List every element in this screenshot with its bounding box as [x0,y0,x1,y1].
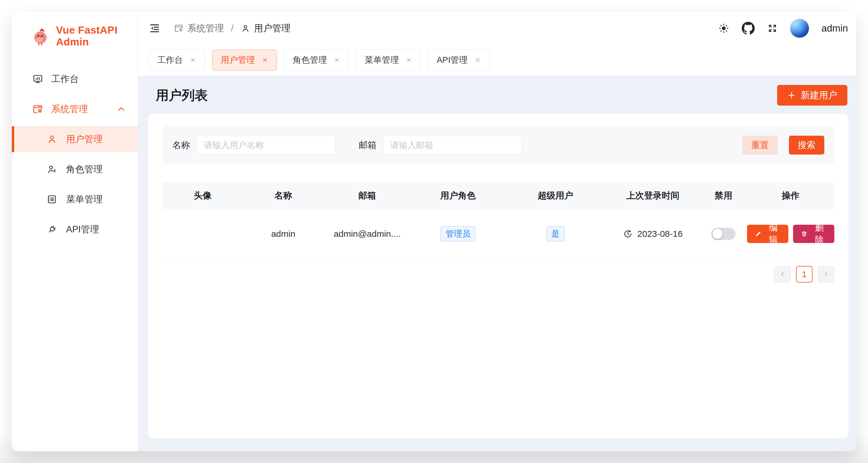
sidebar-item-label: 系统管理 [51,103,88,115]
search-button[interactable]: 搜索 [789,136,824,155]
table-header-row: 头像 名称 邮箱 用户角色 超级用户 上次登录时间 禁用 操作 [162,181,834,209]
system-settings-icon [32,104,43,114]
col-role: 用户角色 [411,190,505,202]
role-tag: 管理员 [440,226,475,241]
pagination-prev-button[interactable] [774,266,791,283]
new-user-button-label: 新建用户 [801,89,837,101]
col-superuser: 超级用户 [505,190,606,202]
breadcrumb: 系统管理 / 用户管理 [174,22,290,34]
close-icon [189,57,196,64]
delete-button-label: 删除 [812,222,827,246]
sidebar-collapse-icon[interactable] [149,23,160,34]
theme-sun-icon[interactable] [718,23,729,34]
filter-bar: 名称 邮箱 重置 搜索 [162,126,834,165]
page-title: 用户列表 [156,87,208,104]
tab-label: 用户管理 [221,54,255,66]
pagination: 1 [162,266,834,283]
cell-name: admin [243,229,323,239]
chick-logo-icon [31,26,50,46]
user-icon [46,134,57,144]
cell-disabled [700,228,747,240]
sidebar-item-system[interactable]: 系统管理 [12,96,138,122]
chevron-right-icon [822,270,830,278]
app-window: Vue FastAPI Admin 工作台 系统管理 [12,12,856,451]
tab-label: API管理 [437,54,468,66]
col-actions: 操作 [747,190,834,202]
tab-label: 工作台 [157,54,183,66]
page-content: 用户列表 新建用户 名称 邮箱 重置 搜索 [138,75,856,451]
sidebar-item-workbench[interactable]: 工作台 [12,66,138,92]
user-avatar[interactable] [790,19,809,38]
pagination-page-1[interactable]: 1 [796,266,812,283]
sidebar-item-label: 角色管理 [66,163,103,175]
col-disabled: 禁用 [700,190,747,202]
brand[interactable]: Vue FastAPI Admin [12,12,138,48]
close-icon [405,57,412,64]
workbench-monitor-icon [32,74,43,84]
topbar: 系统管理 / 用户管理 [138,12,856,45]
cell-last-login: 2023-08-16 [606,229,700,239]
tab-workbench[interactable]: 工作台 [149,49,205,71]
tabs-bar: 工作台 用户管理 角色管理 菜单管理 API管理 [138,45,856,75]
username[interactable]: admin [822,23,848,34]
close-icon [474,57,481,64]
disabled-toggle[interactable] [711,228,736,240]
sidebar-menu: 工作台 系统管理 用户管理 角色管理 [12,66,138,242]
sidebar-item-label: API管理 [66,223,99,236]
cell-email: admin@admin.... [324,229,411,239]
tab-user-management[interactable]: 用户管理 [212,49,277,71]
sidebar-item-label: 菜单管理 [66,193,103,205]
new-user-button[interactable]: 新建用户 [777,85,847,106]
tab-menu-management[interactable]: 菜单管理 [356,49,421,71]
col-name: 名称 [243,190,323,202]
github-icon[interactable] [742,22,755,35]
breadcrumb-label: 系统管理 [187,22,224,34]
trash-icon [801,230,808,238]
name-filter-label: 名称 [172,139,190,151]
user-list-card: 名称 邮箱 重置 搜索 头像 名称 邮箱 用户角色 超级用户 [148,114,848,438]
users-table: 头像 名称 邮箱 用户角色 超级用户 上次登录时间 禁用 操作 admin ad… [162,181,834,258]
plus-icon [787,91,796,100]
api-plug-icon [46,224,57,235]
pagination-next-button[interactable] [818,266,834,283]
col-last-login: 上次登录时间 [606,190,700,202]
sidebar-item-user-management[interactable]: 用户管理 [12,126,138,152]
sidebar-item-label: 用户管理 [66,133,103,145]
menu-list-icon [46,194,57,205]
cell-superuser: 是 [505,226,606,241]
fullscreen-icon[interactable] [767,23,778,34]
chevron-left-icon [779,270,786,278]
edit-button-label: 编辑 [766,222,781,246]
col-avatar: 头像 [162,190,243,202]
pencil-icon [755,230,762,238]
close-icon [333,57,340,64]
name-filter-input[interactable] [196,136,335,155]
sidebar-item-menu-management[interactable]: 菜单管理 [12,187,138,212]
system-settings-icon [174,24,184,33]
edit-button[interactable]: 编辑 [747,225,788,243]
email-filter-label: 邮箱 [359,139,376,151]
table-row: admin admin@admin.... 管理员 是 2023-0 [162,209,834,258]
delete-button[interactable]: 删除 [793,225,834,243]
sidebar-item-role-management[interactable]: 角色管理 [12,156,138,182]
cell-actions: 编辑 删除 [747,225,834,243]
topbar-actions: admin [718,19,848,38]
tab-role-management[interactable]: 角色管理 [284,49,349,71]
reset-button[interactable]: 重置 [742,136,778,155]
sidebar-item-label: 工作台 [51,73,79,85]
superuser-tag: 是 [547,226,565,241]
sidebar-item-api-management[interactable]: API管理 [12,217,138,242]
clock-icon [623,229,632,239]
breadcrumb-item-system[interactable]: 系统管理 [174,22,224,34]
main-area: 系统管理 / 用户管理 [138,12,856,451]
tab-api-management[interactable]: API管理 [428,49,490,71]
breadcrumb-label: 用户管理 [254,22,290,34]
sidebar: Vue FastAPI Admin 工作台 系统管理 [12,12,138,451]
close-icon [261,57,269,64]
col-email: 邮箱 [324,190,411,202]
brand-title: Vue FastAPI Admin [56,24,138,48]
breadcrumb-item-user[interactable]: 用户管理 [241,22,290,34]
email-filter-input[interactable] [383,136,522,155]
last-login-value: 2023-08-16 [637,229,682,239]
breadcrumb-separator: / [231,23,234,34]
